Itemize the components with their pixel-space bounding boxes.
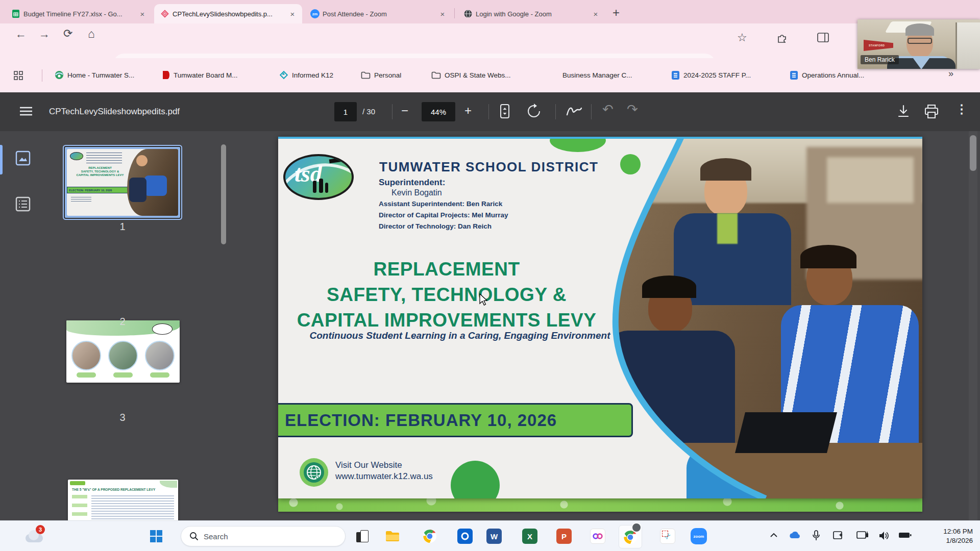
taskbar-search[interactable]: Search <box>181 526 346 546</box>
thumb1-title2: SAFETY, TECHNOLOGY & <box>67 170 133 173</box>
chrome-active-button[interactable] <box>619 525 642 548</box>
home-icon[interactable]: ⌂ <box>88 28 95 40</box>
excel-button[interactable]: X <box>522 529 537 544</box>
tray-chevron-icon[interactable] <box>770 532 778 541</box>
slide-top-border <box>278 137 922 139</box>
thumb2-pill1 <box>77 372 96 378</box>
more-options-kebab-icon[interactable]: ⋮ <box>955 102 968 116</box>
tab-budget-timeline[interactable]: Budget Timeline FY27.xlsx - Go... × <box>5 4 152 23</box>
microphone-icon[interactable] <box>812 530 820 543</box>
family-figure-3 <box>325 183 328 193</box>
battery-icon[interactable] <box>898 532 912 541</box>
document-scrollbar-thumb[interactable] <box>970 135 976 171</box>
print-icon[interactable] <box>924 104 939 121</box>
tab-login-google[interactable]: Login with Google - Zoom × <box>457 4 605 23</box>
download-icon[interactable] <box>896 104 911 121</box>
file-explorer-button[interactable] <box>385 529 400 545</box>
browser-toolbar: ← → ⟳ ⌂ resources.finalsite.net/images/v… <box>0 23 980 58</box>
rotate-icon[interactable] <box>526 104 542 121</box>
m365-copilot-button[interactable] <box>590 529 605 544</box>
bookmark-business-manager[interactable]: Business Manager C... <box>559 67 636 83</box>
thumb1-title1: REPLACEMENT <box>67 166 133 170</box>
start-button[interactable] <box>150 530 162 544</box>
fit-page-icon[interactable] <box>498 104 511 121</box>
document-scrollbar-track[interactable] <box>969 131 977 520</box>
undo-icon[interactable]: ↶ <box>602 102 614 117</box>
tab-post-attendee[interactable]: zm Post Attendee - Zoom × <box>304 4 452 23</box>
family-figure-1 <box>313 181 316 193</box>
taskbar: 3 Search W X P <box>0 520 980 551</box>
bookmark-informed-k12[interactable]: Informed K12 <box>276 67 337 83</box>
outline-view-icon[interactable] <box>15 196 31 214</box>
new-tab-button[interactable]: + <box>612 6 620 20</box>
visit-website-label: Visit Our Website <box>335 460 402 470</box>
apps-grid-icon[interactable] <box>13 70 23 83</box>
zoom-favicon-text: zm <box>312 12 317 16</box>
tab-close-icon[interactable]: × <box>438 10 447 18</box>
tab-close-icon[interactable]: × <box>591 10 600 18</box>
pdf-menu-icon[interactable] <box>19 106 33 119</box>
thumb2-circle1 <box>71 341 101 370</box>
pdf-toolbar: CPTechLevySlideshowbpedits.pdf 1 / 30 − … <box>0 92 980 131</box>
word-button[interactable]: W <box>486 529 502 544</box>
side-panel-icon[interactable] <box>817 32 830 46</box>
title-line-2: SAFETY, TECHNOLOGY & <box>278 282 615 308</box>
zoom-in-icon[interactable]: + <box>464 104 472 118</box>
bookmark-tumwater-board[interactable]: Tumwater Board M... <box>158 67 241 83</box>
thumb1-headerlines <box>86 153 122 164</box>
bookmark-staff-p[interactable]: 2024-2025 STAFF P... <box>668 67 754 83</box>
m365-loop-icon <box>593 533 603 539</box>
annotate-pen-icon[interactable] <box>566 105 583 120</box>
outlook-button[interactable] <box>457 529 473 544</box>
speaker-icon[interactable] <box>878 531 890 543</box>
title-line-1: REPLACEMENT <box>278 257 615 282</box>
snipping-tool-button[interactable]: ✂ <box>660 529 675 544</box>
globe-favicon-icon <box>463 9 473 18</box>
photos-enhance-icon[interactable] <box>833 531 844 543</box>
bookmarks-overflow-chevron[interactable]: » <box>948 68 953 79</box>
zoom-app-button[interactable]: zoom <box>691 528 707 544</box>
back-icon[interactable]: ← <box>15 29 27 40</box>
onedrive-cloud-icon[interactable] <box>788 531 801 542</box>
bookmark-ospi-folder[interactable]: OSPI & State Webs... <box>428 67 514 83</box>
clock-date: 1/8/2026 <box>919 536 973 545</box>
bookmarks-bar: Home - Tumwater S... Tumwater Board M...… <box>0 58 980 92</box>
thumb1-jersey <box>144 176 167 196</box>
redo-icon[interactable]: ↷ <box>627 102 638 117</box>
display-cast-icon[interactable] <box>856 531 869 543</box>
thumb1-website-lines <box>71 197 91 203</box>
page-thumbnail-1[interactable]: REPLACEMENT SAFETY, TECHNOLOGY & CAPITAL… <box>65 147 180 218</box>
clock-time: 12:06 PM <box>919 527 973 536</box>
thumbnail-view-icon[interactable] <box>15 151 31 168</box>
search-icon <box>189 532 199 541</box>
page-thumbnail-2[interactable] <box>66 320 180 383</box>
tab-close-icon[interactable]: × <box>138 10 147 18</box>
reload-icon[interactable]: ⟳ <box>63 28 72 39</box>
thumb1-title: REPLACEMENT SAFETY, TECHNOLOGY & CAPITAL… <box>67 166 133 177</box>
pdf-filename: CPTechLevySlideshowbpedits.pdf <box>49 107 180 117</box>
tab-title: Login with Google - Zoom <box>476 10 588 18</box>
bookmark-star-icon[interactable]: ☆ <box>737 31 747 44</box>
bookmark-home-tumwater[interactable]: Home - Tumwater S... <box>51 67 138 83</box>
extensions-puzzle-icon[interactable] <box>776 32 788 46</box>
superintendent-label: Superintendent: <box>379 178 445 188</box>
forward-icon[interactable]: → <box>39 29 50 40</box>
clock[interactable]: 12:06 PM 1/8/2026 <box>919 527 973 545</box>
bookmark-operations-annual[interactable]: Operations Annual... <box>786 67 868 83</box>
zoom-level-input[interactable]: 44% <box>422 102 455 121</box>
thumbnail-panel-scrollbar[interactable] <box>221 144 226 244</box>
tab-close-icon[interactable]: × <box>288 10 297 18</box>
zoom-out-icon[interactable]: − <box>401 104 408 118</box>
screen: Budget Timeline FY27.xlsx - Go... × CPTe… <box>0 0 980 551</box>
bookmark-personal-folder[interactable]: Personal <box>357 67 405 83</box>
tab-pdf-slideshow[interactable]: CPTechLevySlideshowbpedits.p... × <box>154 4 302 23</box>
chrome-button[interactable] <box>423 529 437 545</box>
bookmark-label: Operations Annual... <box>802 71 864 79</box>
tumwater-home-favicon-icon <box>55 70 64 80</box>
powerpoint-button[interactable]: P <box>556 529 572 544</box>
district-name: TUMWATER SCHOOL DISTRICT <box>379 159 598 175</box>
weather-widget[interactable]: 3 <box>24 528 47 545</box>
zoom-video-tile[interactable]: STANFORD Ben Rarick <box>857 19 980 69</box>
page-number-input[interactable]: 1 <box>334 102 357 121</box>
bookmark-label: OSPI & State Webs... <box>445 71 511 79</box>
